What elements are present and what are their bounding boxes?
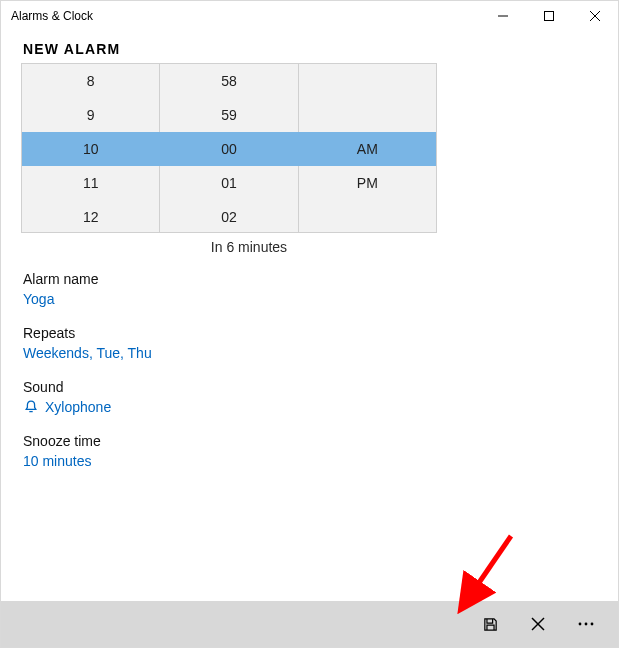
bell-icon (23, 399, 39, 415)
minute-option[interactable]: 00 (160, 132, 297, 166)
more-button[interactable] (562, 601, 610, 647)
time-remaining-label: In 6 minutes (41, 239, 457, 255)
ampm-option[interactable]: PM (299, 166, 436, 200)
page-title: NEW ALARM (1, 31, 618, 63)
alarm-name-label: Alarm name (23, 271, 596, 287)
cancel-button[interactable] (514, 601, 562, 647)
repeats-value[interactable]: Weekends, Tue, Thu (23, 345, 596, 361)
hour-option[interactable]: 10 (22, 132, 159, 166)
svg-point-8 (585, 623, 588, 626)
minute-option[interactable]: 59 (160, 98, 297, 132)
repeats-field[interactable]: Repeats Weekends, Tue, Thu (23, 325, 596, 361)
hour-option[interactable]: 8 (22, 64, 159, 98)
ampm-option (299, 200, 436, 233)
time-picker[interactable]: 8 9 10 11 12 58 59 00 01 02 (21, 63, 437, 233)
close-window-button[interactable] (572, 1, 618, 31)
repeats-label: Repeats (23, 325, 596, 341)
minute-column[interactable]: 58 59 00 01 02 (160, 64, 298, 232)
maximize-button[interactable] (526, 1, 572, 31)
snooze-label: Snooze time (23, 433, 596, 449)
window-title: Alarms & Clock (11, 9, 93, 23)
svg-point-7 (579, 623, 582, 626)
hour-option[interactable]: 9 (22, 98, 159, 132)
alarm-name-field[interactable]: Alarm name Yoga (23, 271, 596, 307)
minimize-button[interactable] (480, 1, 526, 31)
minute-option[interactable]: 02 (160, 200, 297, 233)
svg-line-10 (463, 536, 511, 606)
ampm-column[interactable]: AM PM (299, 64, 436, 232)
ampm-option (299, 98, 436, 132)
command-bar (1, 601, 618, 647)
hour-option[interactable]: 11 (22, 166, 159, 200)
alarm-name-value[interactable]: Yoga (23, 291, 596, 307)
snooze-value[interactable]: 10 minutes (23, 453, 596, 469)
ampm-option (299, 64, 436, 98)
sound-field[interactable]: Sound Xylophone (23, 379, 596, 415)
hour-column[interactable]: 8 9 10 11 12 (22, 64, 160, 232)
annotation-arrow (401, 531, 521, 626)
sound-label: Sound (23, 379, 596, 395)
hour-option[interactable]: 12 (22, 200, 159, 233)
svg-rect-1 (545, 12, 554, 21)
svg-point-9 (591, 623, 594, 626)
ampm-option[interactable]: AM (299, 132, 436, 166)
sound-value[interactable]: Xylophone (23, 399, 596, 415)
sound-value-text: Xylophone (45, 399, 111, 415)
minute-option[interactable]: 01 (160, 166, 297, 200)
snooze-field[interactable]: Snooze time 10 minutes (23, 433, 596, 469)
minute-option[interactable]: 58 (160, 64, 297, 98)
